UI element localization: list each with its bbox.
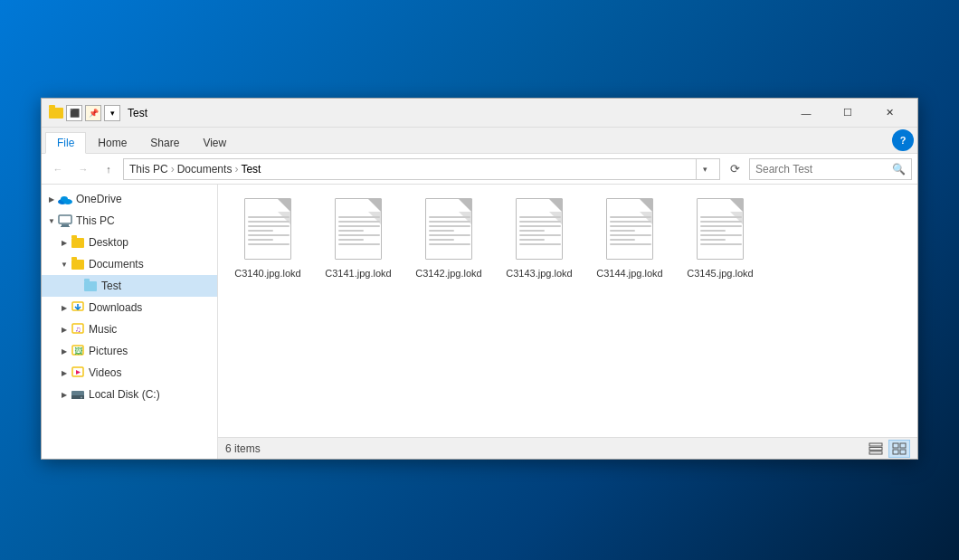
quick-access-btn-1[interactable]: ⬛: [66, 105, 82, 121]
view-tiles-button[interactable]: [888, 440, 910, 458]
svg-rect-4: [62, 224, 69, 226]
desktop-expand-arrow[interactable]: [58, 236, 71, 249]
svg-rect-17: [869, 443, 882, 446]
view-list-button[interactable]: [865, 440, 887, 458]
localdisk-icon: [71, 387, 85, 402]
svg-rect-21: [900, 443, 906, 448]
minimize-button[interactable]: —: [785, 99, 827, 128]
file-explorer-window: ⬛ 📌 ▾ Test — ☐ ✕ File Home Share View ? …: [41, 98, 918, 460]
svg-rect-15: [71, 395, 84, 399]
thispc-label: This PC: [76, 214, 214, 227]
svg-point-16: [81, 396, 82, 398]
documents-expand-arrow[interactable]: [58, 258, 71, 271]
file-item-0[interactable]: C3140.jpg.lokd: [227, 194, 309, 284]
svg-text:🖼: 🖼: [74, 346, 82, 356]
file-grid: C3140.jpg.lokd: [218, 185, 917, 437]
svg-rect-5: [61, 226, 70, 227]
item-count: 6 items: [225, 442, 261, 455]
breadcrumb-documents[interactable]: Documents: [177, 163, 233, 176]
videos-expand-arrow[interactable]: [58, 366, 71, 379]
file-item-1[interactable]: C3141.jpg.lokd: [318, 194, 399, 284]
svg-rect-23: [900, 450, 906, 454]
svg-rect-18: [869, 447, 882, 450]
sidebar-item-music[interactable]: ♫ Music: [42, 318, 217, 340]
file-item-4[interactable]: C3144.jpg.lokd: [589, 194, 670, 284]
sidebar-item-test[interactable]: Test: [42, 275, 217, 297]
file-item-5[interactable]: C3145.jpg.lokd: [679, 194, 761, 284]
file-name-4: C3144.jpg.lokd: [596, 267, 662, 280]
back-button[interactable]: ←: [47, 158, 69, 180]
tab-view[interactable]: View: [191, 132, 238, 153]
music-label: Music: [89, 323, 214, 336]
svg-rect-3: [59, 215, 71, 223]
up-button[interactable]: ↑: [98, 158, 119, 180]
thispc-icon: [58, 214, 72, 228]
sidebar-item-downloads[interactable]: Downloads: [42, 297, 217, 318]
file-item-3[interactable]: C3143.jpg.lokd: [498, 194, 580, 284]
quick-access-btn-3[interactable]: ▾: [104, 105, 120, 121]
sidebar-item-thispc[interactable]: This PC: [42, 210, 217, 232]
close-button[interactable]: ✕: [869, 99, 910, 128]
quick-access-btn-2[interactable]: 📌: [85, 105, 101, 121]
file-item-2[interactable]: C3142.jpg.lokd: [408, 194, 489, 284]
folder-title-icon: [49, 106, 63, 120]
breadcrumb-path[interactable]: This PC › Documents › Test ▾: [123, 158, 720, 180]
help-button[interactable]: ?: [892, 129, 914, 151]
status-bar: 6 items: [218, 437, 917, 459]
pictures-expand-arrow[interactable]: [58, 345, 71, 357]
sidebar-item-onedrive[interactable]: OneDrive: [42, 188, 217, 210]
file-name-3: C3143.jpg.lokd: [506, 267, 572, 280]
file-icon-0: [241, 198, 295, 263]
tab-home[interactable]: Home: [86, 132, 138, 153]
file-name-1: C3141.jpg.lokd: [325, 267, 391, 280]
localdisk-label: Local Disk (C:): [89, 388, 214, 401]
test-label: Test: [101, 280, 214, 292]
thispc-expand-arrow[interactable]: [45, 214, 58, 227]
ribbon-tabs: File Home Share View ?: [42, 128, 917, 153]
svg-point-2: [61, 196, 68, 202]
file-icon-4: [603, 198, 657, 263]
breadcrumb-sep-2: ›: [234, 163, 238, 176]
breadcrumb-thispc[interactable]: This PC: [129, 163, 168, 176]
svg-rect-22: [893, 450, 898, 454]
file-name-0: C3140.jpg.lokd: [234, 267, 300, 280]
search-submit-button[interactable]: 🔍: [892, 163, 906, 176]
address-bar: ← → ↑ This PC › Documents › Test ▾ ⟳ 🔍: [42, 154, 917, 185]
file-name-2: C3142.jpg.lokd: [415, 267, 481, 280]
title-bar-icons: ⬛ 📌 ▾: [49, 105, 120, 121]
videos-icon: [71, 365, 85, 380]
sidebar-item-documents[interactable]: Documents: [42, 253, 217, 275]
downloads-expand-arrow[interactable]: [58, 301, 71, 314]
localdisk-expand-arrow[interactable]: [58, 388, 71, 401]
refresh-button[interactable]: ⟳: [724, 158, 745, 180]
sidebar-item-videos[interactable]: Videos: [42, 362, 217, 384]
downloads-label: Downloads: [89, 301, 214, 314]
svg-marker-13: [76, 370, 81, 375]
svg-rect-20: [893, 443, 898, 448]
search-box[interactable]: 🔍: [749, 158, 912, 180]
address-dropdown-btn[interactable]: ▾: [696, 158, 714, 180]
pictures-label: Pictures: [89, 345, 214, 357]
window-title: Test: [128, 107, 785, 119]
main-content: OneDrive This PC Desktop: [42, 185, 917, 459]
file-icon-3: [512, 198, 566, 263]
maximize-button[interactable]: ☐: [827, 99, 869, 128]
forward-button[interactable]: →: [72, 158, 94, 180]
breadcrumb-test[interactable]: Test: [241, 163, 261, 176]
music-expand-arrow[interactable]: [58, 323, 71, 336]
svg-text:♫: ♫: [75, 325, 81, 334]
music-icon: ♫: [71, 322, 85, 337]
file-name-5: C3145.jpg.lokd: [687, 267, 753, 280]
sidebar-item-localdisk[interactable]: Local Disk (C:): [42, 384, 217, 405]
file-icon-2: [422, 198, 476, 263]
title-bar: ⬛ 📌 ▾ Test — ☐ ✕: [42, 99, 917, 128]
search-input[interactable]: [755, 163, 892, 176]
tab-file[interactable]: File: [45, 132, 86, 154]
sidebar-item-pictures[interactable]: 🖼 Pictures: [42, 340, 217, 362]
tab-share[interactable]: Share: [138, 132, 191, 153]
file-area: C3140.jpg.lokd: [218, 185, 917, 459]
sidebar-item-desktop[interactable]: Desktop: [42, 232, 217, 253]
videos-label: Videos: [89, 366, 214, 379]
onedrive-expand-arrow[interactable]: [45, 193, 58, 205]
pictures-icon: 🖼: [71, 344, 85, 358]
